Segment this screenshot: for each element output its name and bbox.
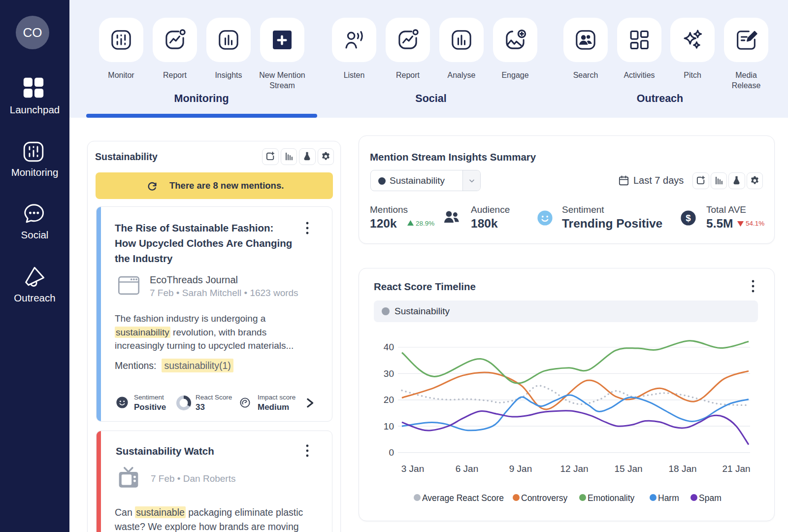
svg-text:$: $ [686,213,691,223]
